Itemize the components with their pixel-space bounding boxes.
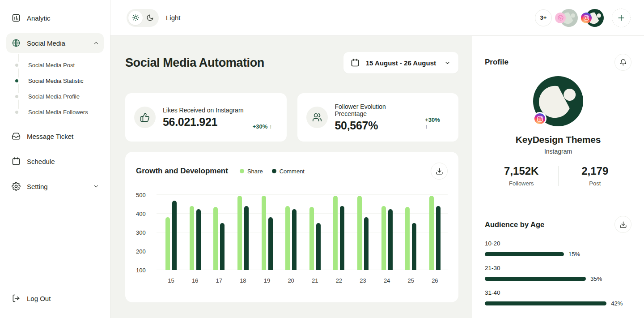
users-icon <box>306 107 328 128</box>
sidebar-item-label: Analytic <box>27 14 51 22</box>
brand-keydesign-avatar[interactable] <box>586 9 604 27</box>
followers-label: Followers <box>485 180 558 187</box>
bar-group-24 <box>381 206 393 270</box>
chevron-down-icon <box>93 183 99 189</box>
gridline <box>157 194 448 195</box>
audience-percent: 42% <box>611 300 623 307</box>
calendar-icon <box>351 58 360 67</box>
posts-stat: 2,179 Post <box>559 165 632 187</box>
audience-row-10-20: 10-20 15% <box>485 240 631 258</box>
stat-value: 56.021.921 <box>163 116 244 129</box>
log-out-icon <box>12 294 21 303</box>
globe-icon <box>12 39 21 47</box>
bar-group-20 <box>285 206 297 270</box>
plot-area <box>157 195 448 270</box>
overflow-count-badge[interactable]: 3+ <box>535 9 552 26</box>
bar-share-25 <box>405 207 410 270</box>
x-tick-label: 19 <box>262 277 273 284</box>
y-tick-label: 500 <box>136 192 146 198</box>
download-chart-button[interactable] <box>431 163 448 180</box>
posts-label: Post <box>559 180 632 187</box>
y-tick-label: 200 <box>136 248 146 255</box>
bar-share-24 <box>381 206 386 270</box>
x-tick-label: 24 <box>381 277 393 284</box>
posts-value: 2,179 <box>559 165 632 177</box>
bar-group-15 <box>165 201 177 270</box>
bar-share-19 <box>262 196 266 270</box>
logout-button[interactable]: Log Out <box>6 288 104 308</box>
sidebar-item-label: Message Ticket <box>27 133 73 140</box>
bar-share-17 <box>213 207 218 270</box>
subitem-label: Social Media Profile <box>28 93 80 100</box>
bar-comment-23 <box>364 217 369 270</box>
bar-comment-26 <box>436 206 441 270</box>
stat-delta: +30% ↑ <box>253 123 272 132</box>
audience-bar <box>485 301 606 305</box>
bar-group-17 <box>213 207 225 270</box>
bar-share-15 <box>165 217 170 270</box>
bar-group-26 <box>429 196 441 270</box>
profile-name: KeyDesign Themes <box>485 134 631 145</box>
sidebar-item-label: Social Media <box>27 39 65 47</box>
profile-panel: Profile KeyDesign Themes <box>472 36 644 318</box>
sidebar-item-analytic[interactable]: Analytic <box>6 8 104 28</box>
instagram-badge-icon <box>533 112 547 125</box>
profile-platform: Instagram <box>485 148 631 155</box>
instagram-badge-icon <box>581 13 592 23</box>
bar-chart: 100200300400500 <box>136 195 448 270</box>
sidebar-item-message-ticket[interactable]: Message Ticket <box>6 126 104 146</box>
followers-value: 7,152K <box>485 165 558 177</box>
audience-label: 10-20 <box>485 240 631 247</box>
bar-chart-icon <box>12 13 21 22</box>
dribbble-badge-icon <box>555 13 566 23</box>
profile-heading: Profile <box>485 58 508 67</box>
chart-title: Growth and Development <box>136 167 228 176</box>
y-axis: 100200300400500 <box>136 195 157 270</box>
sidebar-subitem-followers[interactable]: Social Media Followers <box>6 104 104 120</box>
download-audience-button[interactable] <box>614 216 631 233</box>
sun-icon[interactable] <box>128 11 143 25</box>
y-tick-label: 100 <box>136 267 146 274</box>
theme-label: Light <box>166 14 181 21</box>
topbar: Light 3+ <box>110 0 644 36</box>
stat-label: Follower Evolution Precentage <box>335 103 418 117</box>
audience-bar <box>485 277 586 281</box>
bullet-dot-icon <box>15 111 18 114</box>
sidebar-subitem-statistic[interactable]: Social Media Statistic <box>6 73 104 89</box>
add-account-button[interactable] <box>612 9 631 27</box>
bullet-dot-icon <box>15 64 18 67</box>
date-range-picker[interactable]: 15 August - 26 August <box>343 52 458 73</box>
bar-comment-21 <box>316 223 321 270</box>
moon-icon[interactable] <box>143 11 157 25</box>
legend-dot-icon <box>272 169 276 173</box>
bar-comment-15 <box>172 201 177 270</box>
audience-row-31-40: 31-40 42% <box>485 289 631 307</box>
x-tick-label: 21 <box>309 277 321 284</box>
sidebar-subitem-profile[interactable]: Social Media Profile <box>6 89 104 104</box>
sidebar-item-social-media[interactable]: Social Media <box>6 33 104 53</box>
notifications-bell-button[interactable] <box>614 54 631 71</box>
growth-chart-card: Growth and Development Share Comment <box>125 152 458 302</box>
audience-heading: Audience by Age <box>485 220 544 229</box>
audience-percent: 35% <box>590 275 602 282</box>
muted-keydesign-avatar[interactable] <box>560 9 578 27</box>
x-tick-label: 20 <box>285 277 297 284</box>
sidebar-item-setting[interactable]: Setting <box>6 176 104 196</box>
legend-item-share: Share <box>240 168 263 175</box>
sidebar-item-schedule[interactable]: Schedule <box>6 151 104 171</box>
bar-comment-25 <box>412 223 416 270</box>
app-root: Analytic Social Media Social Media Post … <box>0 0 644 318</box>
x-tick-label: 23 <box>357 277 369 284</box>
legend-label: Share <box>247 168 263 175</box>
bar-group-21 <box>309 207 321 270</box>
bar-share-16 <box>190 206 194 270</box>
sidebar-subnav: Social Media Post Social Media Statistic… <box>6 53 104 126</box>
bar-share-26 <box>429 196 434 270</box>
bar-comment-20 <box>292 209 297 271</box>
sidebar-item-label: Schedule <box>27 158 55 165</box>
theme-toggle[interactable] <box>127 9 159 27</box>
profile-avatar[interactable] <box>533 76 583 126</box>
inbox-icon <box>12 132 21 141</box>
sidebar-subitem-post[interactable]: Social Media Post <box>6 57 104 73</box>
divider <box>485 204 631 204</box>
